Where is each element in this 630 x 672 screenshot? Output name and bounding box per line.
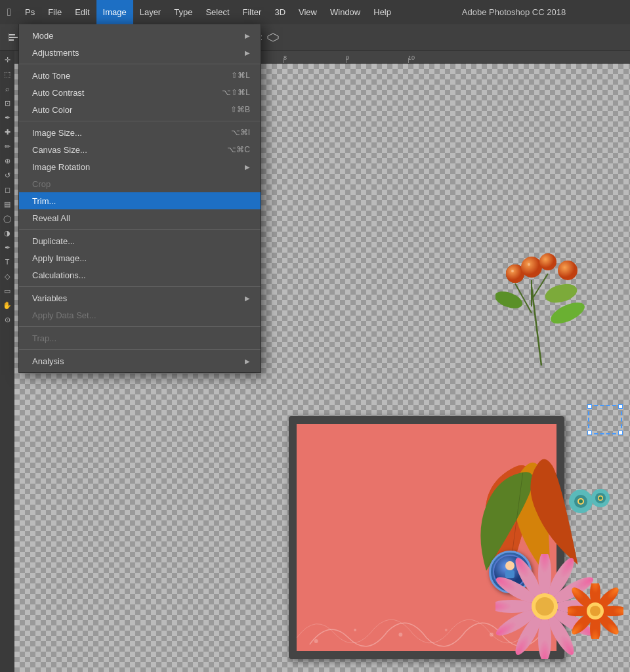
lasso-tool-icon[interactable]: ⌕ [1, 82, 14, 95]
selection-handle-br [618, 430, 623, 435]
menu-separator-1 [19, 64, 261, 64]
eraser-tool-icon[interactable]: ◻ [1, 183, 14, 196]
menu-separator-4 [19, 286, 261, 287]
menubar-item-view[interactable]: View [292, 0, 324, 24]
menu-separator-2 [19, 121, 261, 121]
menu-item-apply-image[interactable]: Apply Image... [19, 249, 261, 266]
dodge-tool-icon[interactable]: ◑ [1, 226, 14, 240]
menu-item-crop[interactable]: Crop [19, 175, 261, 192]
menu-item-variables[interactable]: Variables ▶ [19, 289, 261, 306]
menubar-item-help[interactable]: Help [367, 0, 398, 24]
history-tool-icon[interactable]: ↺ [1, 169, 14, 182]
shape-tool-icon[interactable]: ▭ [1, 284, 14, 297]
menubar-item-image[interactable]: Image [96, 0, 133, 24]
pen-tool-icon[interactable]: ✒ [1, 241, 14, 254]
svg-point-65 [599, 497, 602, 500]
apple-menu[interactable]:  [0, 0, 18, 24]
left-tools-panel: ✛ ⬚ ⌕ ⊡ ✒ ✚ ✏ ⊕ ↺ ◻ ▤ ◯ ◑ ✒ T ◇ ▭ ✋ ⊙ [0, 51, 14, 672]
menubar-item-filter[interactable]: Filter [236, 0, 268, 24]
menu-item-trap[interactable]: Trap... [19, 329, 261, 346]
menu-separator-5 [19, 326, 261, 327]
move-tool-icon[interactable]: ✛ [1, 53, 14, 66]
type-tool-icon[interactable]: T [1, 255, 14, 268]
svg-point-41 [490, 633, 494, 637]
menu-item-reveal-all[interactable]: Reveal All [19, 209, 261, 226]
teal-flowers-decoration [561, 475, 620, 528]
menu-item-adjustments[interactable]: Adjustments ▶ [19, 44, 261, 61]
menu-item-duplicate[interactable]: Duplicate... [19, 232, 261, 249]
svg-point-50 [539, 253, 556, 270]
heal-tool-icon[interactable]: ✚ [1, 125, 14, 138]
svg-rect-1 [9, 37, 18, 38]
svg-point-52 [543, 281, 579, 306]
berries-svg [495, 247, 587, 366]
svg-rect-3 [9, 33, 9, 41]
eyedropper-tool-icon[interactable]: ✒ [1, 111, 14, 124]
ruler-mark-10: 10 [408, 54, 415, 61]
selection-handle-bl [587, 430, 592, 435]
menubar-item-edit[interactable]: Edit [68, 0, 96, 24]
svg-point-37 [314, 639, 318, 643]
menu-item-analysis[interactable]: Analysis ▶ [19, 352, 261, 369]
svg-point-40 [445, 629, 448, 631]
menu-item-trim[interactable]: Trim... [19, 192, 261, 209]
menubar-item-window[interactable]: Window [324, 0, 367, 24]
crop-tool-icon[interactable]: ⊡ [1, 96, 14, 110]
selection-handle-tl [587, 404, 592, 409]
menu-item-canvas-size[interactable]: Canvas Size... ⌥⌘C [19, 141, 261, 158]
svg-point-55 [511, 270, 514, 272]
hand-tool-icon[interactable]: ✋ [1, 299, 14, 312]
menu-item-auto-tone[interactable]: Auto Tone ⇧⌘L [19, 67, 261, 84]
path-tool-icon[interactable]: ◇ [1, 270, 14, 283]
svg-rect-2 [9, 39, 14, 41]
menu-item-apply-data-set[interactable]: Apply Data Set... [19, 306, 261, 324]
menu-separator-3 [19, 229, 261, 230]
shortcut-auto-contrast: ⌥⇧⌘L [222, 88, 250, 97]
menubar-item-layer[interactable]: Layer [133, 0, 168, 24]
svg-point-94 [590, 606, 600, 616]
selection-handles [588, 405, 622, 434]
shortcut-image-size: ⌥⌘I [231, 128, 250, 137]
blur-tool-icon[interactable]: ◯ [1, 212, 14, 225]
berries-decoration [495, 247, 574, 352]
menubar-item-file[interactable]: File [41, 0, 68, 24]
app-title: Adobe Photoshop CC 2018 [398, 7, 630, 17]
svg-point-51 [558, 261, 578, 280]
svg-point-49 [521, 257, 542, 278]
brush-tool-icon[interactable]: ✏ [1, 140, 14, 153]
svg-point-84 [536, 597, 554, 616]
svg-point-56 [528, 263, 530, 266]
menu-item-image-rotation[interactable]: Image Rotation ▶ [19, 158, 261, 175]
select-tool-icon[interactable]: ⬚ [1, 68, 14, 81]
zoom-tool-icon[interactable]: ⊙ [1, 313, 14, 326]
menu-separator-6 [19, 349, 261, 350]
menu-item-calculations[interactable]: Calculations... [19, 266, 261, 284]
svg-rect-0 [9, 34, 15, 35]
menu-arrow-adjustments: ▶ [245, 49, 250, 56]
menu-item-auto-color[interactable]: Auto Color ⇧⌘B [19, 101, 261, 118]
gradient-tool-icon[interactable]: ▤ [1, 198, 14, 211]
svg-point-38 [354, 629, 356, 631]
shortcut-canvas-size: ⌥⌘C [227, 145, 250, 154]
selection-handle-tr [618, 404, 623, 409]
menubar-item-type[interactable]: Type [167, 0, 199, 24]
menu-arrow-analysis: ▶ [245, 358, 250, 365]
svg-point-54 [548, 298, 587, 327]
clone-tool-icon[interactable]: ⊕ [1, 154, 14, 167]
menu-item-auto-contrast[interactable]: Auto Contrast ⌥⇧⌘L [19, 84, 261, 101]
image-menu: Mode ▶ Adjustments ▶ Auto Tone ⇧⌘L Auto … [18, 24, 261, 373]
shortcut-auto-tone: ⇧⌘L [231, 71, 250, 80]
menubar-item-3d[interactable]: 3D [268, 0, 292, 24]
menu-arrow-variables: ▶ [245, 295, 250, 302]
menubar:  Ps File Edit Image Layer Type Select F… [0, 0, 630, 24]
menubar-item-select[interactable]: Select [199, 0, 236, 24]
menu-item-image-size[interactable]: Image Size... ⌥⌘I [19, 124, 261, 141]
menubar-item-ps[interactable]: Ps [18, 0, 41, 24]
menu-item-mode[interactable]: Mode ▶ [19, 27, 261, 44]
3d-mode-icon[interactable] [265, 30, 281, 45]
orange-flower-decoration [568, 583, 623, 639]
svg-point-64 [579, 499, 583, 503]
teal-flowers-svg [561, 475, 620, 528]
menu-arrow-mode: ▶ [245, 32, 250, 39]
shortcut-auto-color: ⇧⌘B [230, 105, 250, 114]
